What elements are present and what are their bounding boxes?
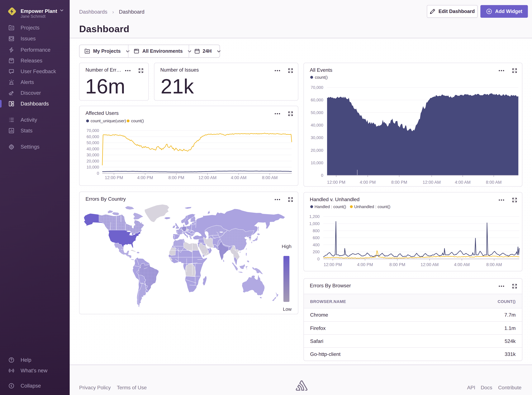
svg-text:8:00 PM: 8:00 PM <box>168 175 184 180</box>
svg-text:12:00 AM: 12:00 AM <box>423 180 441 185</box>
svg-text:8:00 AM: 8:00 AM <box>486 262 502 267</box>
svg-text:70,000: 70,000 <box>87 128 99 133</box>
svg-text:8:00 PM: 8:00 PM <box>389 262 405 267</box>
svg-text:4:00 AM: 4:00 AM <box>231 175 247 180</box>
svg-text:10,000: 10,000 <box>311 160 323 165</box>
svg-text:12:00 AM: 12:00 AM <box>198 175 217 180</box>
svg-text:1,200: 1,200 <box>309 214 320 219</box>
svg-text:8:00 AM: 8:00 AM <box>486 180 501 185</box>
svg-text:Handled : count(): Handled : count() <box>315 204 346 209</box>
svg-text:30,000: 30,000 <box>87 153 99 157</box>
svg-text:0: 0 <box>97 171 99 176</box>
svg-text:1,000: 1,000 <box>309 221 320 226</box>
svg-text:600: 600 <box>313 235 320 240</box>
svg-text:200: 200 <box>313 249 320 254</box>
svg-text:0: 0 <box>317 257 320 261</box>
svg-text:Unhandled : count(): Unhandled : count() <box>354 204 390 209</box>
svg-text:12:00 PM: 12:00 PM <box>324 262 342 267</box>
svg-text:High: High <box>282 244 292 249</box>
svg-text:60,000: 60,000 <box>87 134 99 139</box>
svg-text:70,000: 70,000 <box>311 85 323 90</box>
svg-text:30,000: 30,000 <box>311 135 323 140</box>
svg-text:4:00 PM: 4:00 PM <box>357 262 373 267</box>
svg-text:4:00 PM: 4:00 PM <box>360 180 376 185</box>
svg-text:800: 800 <box>313 228 320 233</box>
svg-text:50,000: 50,000 <box>311 110 323 115</box>
svg-text:4:00 AM: 4:00 AM <box>454 262 470 267</box>
svg-text:400: 400 <box>313 242 320 247</box>
svg-text:20,000: 20,000 <box>87 159 99 163</box>
svg-text:50,000: 50,000 <box>87 140 99 145</box>
svg-text:10,000: 10,000 <box>87 165 99 170</box>
svg-text:count(): count() <box>131 118 144 123</box>
svg-text:Low: Low <box>283 307 292 312</box>
svg-text:20,000: 20,000 <box>311 148 323 153</box>
svg-text:40,000: 40,000 <box>87 146 99 151</box>
svg-text:12:00 AM: 12:00 AM <box>421 262 439 267</box>
svg-text:8:00 PM: 8:00 PM <box>391 180 407 185</box>
svg-text:12:00 PM: 12:00 PM <box>327 180 345 185</box>
svg-text:12:00 PM: 12:00 PM <box>105 175 123 180</box>
svg-text:count_unique(user): count_unique(user) <box>91 118 126 123</box>
svg-text:4:00 PM: 4:00 PM <box>137 175 153 180</box>
svg-text:count(): count() <box>315 75 328 80</box>
svg-text:4:00 AM: 4:00 AM <box>455 180 470 185</box>
svg-text:0: 0 <box>321 173 323 178</box>
svg-text:60,000: 60,000 <box>311 98 323 102</box>
svg-text:40,000: 40,000 <box>311 123 323 127</box>
svg-text:8:00 AM: 8:00 AM <box>262 175 277 180</box>
